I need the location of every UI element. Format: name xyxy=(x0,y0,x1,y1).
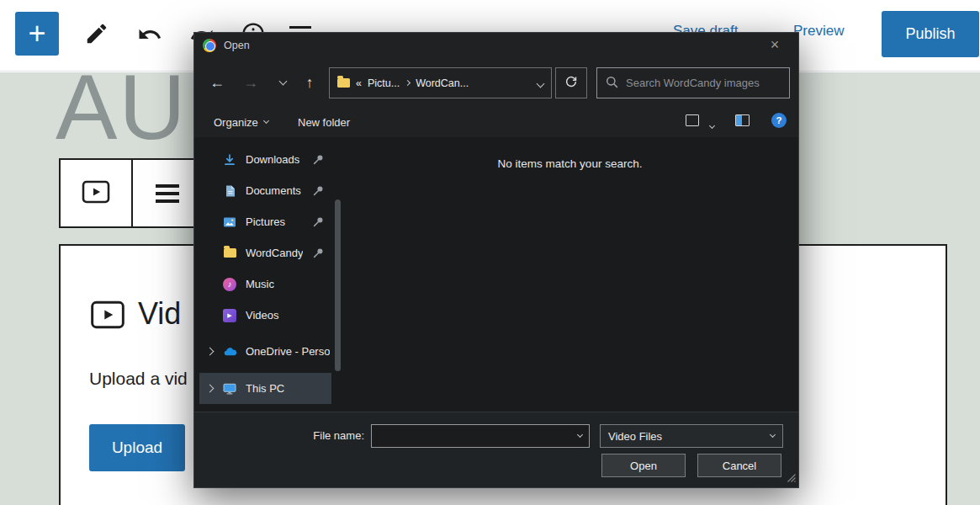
organize-label: Organize xyxy=(214,116,258,129)
music-icon: ♪ xyxy=(221,277,238,292)
search-icon xyxy=(606,76,618,91)
refresh-button[interactable] xyxy=(555,67,587,98)
chevron-right-icon xyxy=(405,80,411,86)
sidebar-item-videos[interactable]: ▶ Videos xyxy=(199,300,331,331)
breadcrumb-overflow[interactable]: « xyxy=(356,77,362,89)
dialog-body: Downloads Documents xyxy=(194,137,798,412)
open-button[interactable]: Open xyxy=(601,454,686,477)
dialog-title: Open xyxy=(224,40,250,51)
undo-icon xyxy=(137,22,162,50)
chevron-down-icon xyxy=(278,77,287,86)
new-folder-label: New folder xyxy=(298,116,350,129)
file-name-combobox xyxy=(371,424,590,448)
chrome-icon xyxy=(203,39,216,52)
view-options-dropdown[interactable] xyxy=(710,118,714,130)
sidebar-item-label: WordCandy xyxy=(246,247,303,259)
video-block-heading: Vid xyxy=(138,296,181,332)
new-folder-button[interactable]: New folder xyxy=(298,112,350,132)
up-button[interactable]: ↑ xyxy=(297,68,322,97)
undo-button[interactable] xyxy=(135,21,165,50)
file-open-dialog: Open × ← → ↑ « Pictu... WordCan... xyxy=(193,32,799,488)
edit-tool-button[interactable] xyxy=(81,19,113,50)
dialog-footer: File name: Video Files Open Cancel xyxy=(194,412,798,487)
pin-icon xyxy=(313,154,324,165)
resize-grip-icon[interactable] xyxy=(787,472,796,485)
close-icon[interactable]: × xyxy=(760,33,790,58)
pencil-icon xyxy=(84,21,109,49)
dialog-titlebar[interactable]: Open × xyxy=(194,33,798,58)
dialog-command-bar: Organize New folder ? xyxy=(194,107,798,137)
sidebar-item-label: Downloads xyxy=(246,153,299,166)
file-type-value: Video Files xyxy=(608,430,771,443)
chevron-down-icon xyxy=(263,118,269,124)
change-view-button[interactable] xyxy=(686,114,699,126)
videos-icon: ▶ xyxy=(221,308,238,323)
block-toolbar xyxy=(59,158,204,228)
chevron-down-icon xyxy=(709,123,715,129)
refresh-icon xyxy=(564,75,578,91)
sidebar-item-documents[interactable]: Documents xyxy=(199,175,331,206)
sidebar-item-label: Documents xyxy=(246,184,301,197)
upload-button[interactable]: Upload xyxy=(89,424,185,471)
pin-icon xyxy=(313,247,324,258)
sidebar-item-wordcandy[interactable]: WordCandy xyxy=(199,237,331,268)
preview-pane-button[interactable] xyxy=(735,114,750,126)
downloads-icon xyxy=(221,152,238,167)
documents-icon xyxy=(221,183,238,199)
video-block-type-button[interactable] xyxy=(61,160,133,226)
publish-button[interactable]: Publish xyxy=(882,11,979,57)
block-menu-button[interactable] xyxy=(133,160,204,226)
chevron-down-icon[interactable] xyxy=(577,432,583,438)
chevron-down-icon xyxy=(770,432,776,438)
cancel-button[interactable]: Cancel xyxy=(697,454,781,477)
organize-menu-button[interactable]: Organize xyxy=(214,112,268,132)
video-play-icon xyxy=(89,296,126,337)
sidebar-scrollbar[interactable] xyxy=(335,199,341,371)
breadcrumb-wordcandy[interactable]: WordCan... xyxy=(416,77,469,89)
expand-chevron-icon xyxy=(206,385,215,393)
pin-icon xyxy=(313,216,324,227)
hamburger-icon xyxy=(156,184,179,203)
file-type-select[interactable]: Video Files xyxy=(600,424,783,448)
video-play-icon xyxy=(81,177,111,210)
file-list-area[interactable]: No items match your search. xyxy=(342,137,798,412)
back-button[interactable]: ← xyxy=(204,68,230,97)
address-dropdown-button[interactable] xyxy=(538,77,543,89)
pin-icon xyxy=(313,185,324,196)
recent-locations-button[interactable] xyxy=(270,68,295,97)
sidebar-item-downloads[interactable]: Downloads xyxy=(199,144,331,175)
preview-link[interactable]: Preview xyxy=(793,23,844,40)
sidebar-item-label: Music xyxy=(246,278,274,290)
sidebar-item-label: Videos xyxy=(246,309,279,322)
forward-button[interactable]: → xyxy=(238,68,263,97)
sidebar-item-label: This PC xyxy=(246,382,284,395)
this-pc-icon xyxy=(221,381,238,396)
post-title[interactable]: AU xyxy=(56,72,188,153)
dialog-navigation-row: ← → ↑ « Pictu... WordCan... xyxy=(194,58,798,105)
video-block-description: Upload a vid xyxy=(89,369,188,389)
breadcrumb-pictures[interactable]: Pictu... xyxy=(368,77,400,89)
sidebar-item-onedrive[interactable]: OneDrive - Perso xyxy=(199,336,331,367)
search-box xyxy=(596,67,790,98)
sidebar-item-this-pc[interactable]: This PC xyxy=(199,373,331,404)
file-name-label: File name: xyxy=(194,424,364,448)
folder-icon xyxy=(221,246,238,261)
sidebar-item-label: Pictures xyxy=(246,215,285,228)
empty-results-message: No items match your search. xyxy=(498,157,643,170)
help-button[interactable]: ? xyxy=(771,113,787,128)
address-bar[interactable]: « Pictu... WordCan... xyxy=(329,67,552,98)
search-input[interactable] xyxy=(626,77,781,89)
folder-icon xyxy=(337,78,350,88)
onedrive-icon xyxy=(221,344,238,359)
file-name-input[interactable] xyxy=(372,425,578,447)
pictures-icon xyxy=(221,215,238,230)
sidebar-item-label: OneDrive - Perso xyxy=(246,345,330,358)
chevron-down-icon xyxy=(537,80,545,88)
screen: + Save draft Preview Publish xyxy=(0,0,980,505)
add-block-button[interactable]: + xyxy=(15,12,59,56)
expand-chevron-icon xyxy=(206,348,215,356)
sidebar-item-music[interactable]: ♪ Music xyxy=(199,268,331,300)
sidebar-item-pictures[interactable]: Pictures xyxy=(199,206,331,237)
